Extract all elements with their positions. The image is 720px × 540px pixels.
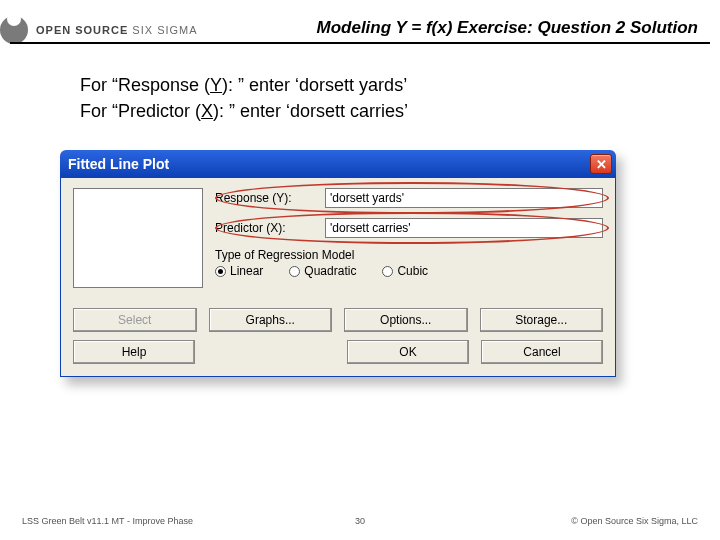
response-input[interactable]: 'dorsett yards': [325, 188, 603, 208]
page-number: 30: [355, 516, 365, 526]
predictor-input[interactable]: 'dorsett carries': [325, 218, 603, 238]
radio-icon: [382, 266, 393, 277]
footer-right: © Open Source Six Sigma, LLC: [571, 516, 698, 526]
radio-quadratic[interactable]: Quadratic: [289, 264, 356, 278]
page-title: Modeling Y = f(x) Exercise: Question 2 S…: [317, 18, 698, 38]
instructions: For “Response (Y): ” enter ‘dorsett yard…: [80, 72, 408, 124]
select-button[interactable]: Select: [73, 308, 197, 332]
logo-icon: [0, 16, 28, 44]
close-button[interactable]: ✕: [590, 154, 612, 174]
header-divider: [10, 42, 710, 44]
radio-icon: [215, 266, 226, 277]
response-label: Response (Y):: [215, 191, 325, 205]
regression-type-label: Type of Regression Model: [215, 248, 603, 262]
options-button[interactable]: Options...: [344, 308, 468, 332]
cancel-button[interactable]: Cancel: [481, 340, 603, 364]
help-button[interactable]: Help: [73, 340, 195, 364]
dialog-title: Fitted Line Plot: [68, 156, 169, 172]
footer-left: LSS Green Belt v11.1 MT - Improve Phase: [22, 516, 193, 526]
graphs-button[interactable]: Graphs...: [209, 308, 333, 332]
ok-button[interactable]: OK: [347, 340, 469, 364]
dialog-titlebar[interactable]: Fitted Line Plot ✕: [60, 150, 616, 178]
variable-listbox[interactable]: [73, 188, 203, 288]
brand-logo: OPEN SOURCE SIX SIGMA: [0, 16, 198, 44]
radio-icon: [289, 266, 300, 277]
close-icon: ✕: [596, 157, 607, 172]
fitted-line-plot-dialog: Fitted Line Plot ✕ Response (Y): 'dorset…: [60, 150, 616, 377]
radio-cubic[interactable]: Cubic: [382, 264, 428, 278]
slide-footer: LSS Green Belt v11.1 MT - Improve Phase …: [22, 516, 698, 526]
brand-text: OPEN SOURCE SIX SIGMA: [36, 24, 198, 36]
radio-linear[interactable]: Linear: [215, 264, 263, 278]
predictor-label: Predictor (X):: [215, 221, 325, 235]
storage-button[interactable]: Storage...: [480, 308, 604, 332]
